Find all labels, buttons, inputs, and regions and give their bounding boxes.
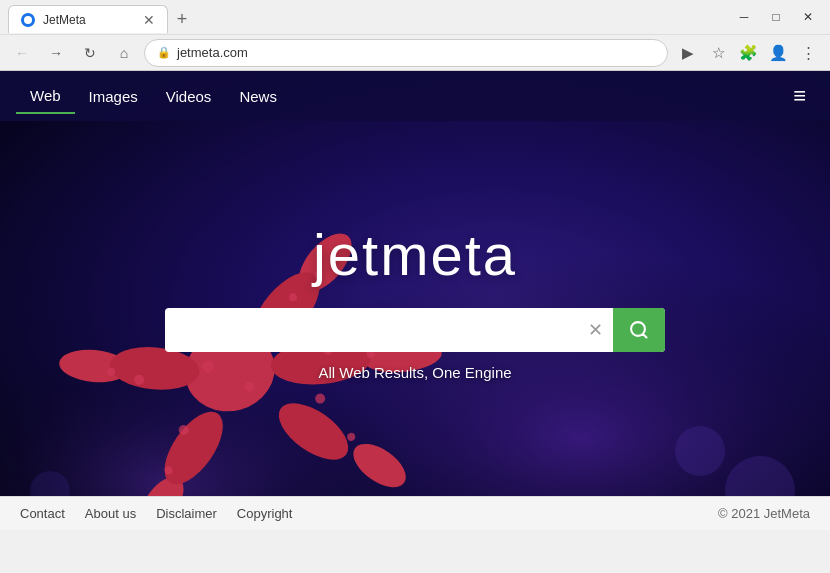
close-button[interactable]: ✕ xyxy=(794,6,822,28)
tab-favicon xyxy=(21,13,35,27)
menu-icon[interactable]: ⋮ xyxy=(794,39,822,67)
address-bar: ← → ↻ ⌂ 🔒 jetmeta.com ▶ ☆ 🧩 👤 ⋮ xyxy=(0,34,830,70)
footer-copyright: © 2021 JetMeta xyxy=(718,506,810,521)
browser-chrome: JetMeta ✕ + ─ □ ✕ ← → ↻ ⌂ 🔒 jetmeta.com … xyxy=(0,0,830,71)
reload-button[interactable]: ↻ xyxy=(76,39,104,67)
site-logo: jetmeta xyxy=(165,221,665,288)
hero-content: jetmeta ✕ All Web Results, One Engine xyxy=(165,221,665,381)
tab-close-button[interactable]: ✕ xyxy=(143,13,155,27)
nav-links: Web Images Videos News xyxy=(16,79,291,114)
nav-link-news[interactable]: News xyxy=(225,80,291,113)
address-text: jetmeta.com xyxy=(177,45,655,60)
footer-links: Contact About us Disclaimer Copyright xyxy=(20,506,292,521)
cast-icon[interactable]: ▶ xyxy=(674,39,702,67)
site-footer: Contact About us Disclaimer Copyright © … xyxy=(0,496,830,530)
site-wrapper: Web Images Videos News ≡ jetmeta ✕ All W… xyxy=(0,71,830,530)
lock-icon: 🔒 xyxy=(157,46,171,59)
title-bar: JetMeta ✕ + ─ □ ✕ xyxy=(0,0,830,34)
tab-title: JetMeta xyxy=(43,13,135,27)
bookmark-icon[interactable]: ☆ xyxy=(704,39,732,67)
footer-link-about[interactable]: About us xyxy=(85,506,136,521)
profile-icon[interactable]: 👤 xyxy=(764,39,792,67)
footer-link-copyright[interactable]: Copyright xyxy=(237,506,293,521)
hamburger-menu[interactable]: ≡ xyxy=(785,79,814,113)
search-bar: ✕ xyxy=(165,308,665,352)
browser-tab[interactable]: JetMeta ✕ xyxy=(8,5,168,33)
footer-link-contact[interactable]: Contact xyxy=(20,506,65,521)
search-input[interactable] xyxy=(165,311,578,349)
address-input-wrap[interactable]: 🔒 jetmeta.com xyxy=(144,39,668,67)
search-button[interactable] xyxy=(613,308,665,352)
extensions-icon[interactable]: 🧩 xyxy=(734,39,762,67)
nav-link-web[interactable]: Web xyxy=(16,79,75,114)
window-controls: ─ □ ✕ xyxy=(730,6,822,28)
back-button[interactable]: ← xyxy=(8,39,36,67)
tagline: All Web Results, One Engine xyxy=(165,364,665,381)
search-clear-button[interactable]: ✕ xyxy=(578,319,613,341)
toolbar-icons: ▶ ☆ 🧩 👤 ⋮ xyxy=(674,39,822,67)
nav-link-videos[interactable]: Videos xyxy=(152,80,226,113)
search-icon xyxy=(629,320,649,340)
title-bar-left: JetMeta ✕ + xyxy=(8,1,196,33)
forward-button[interactable]: → xyxy=(42,39,70,67)
svg-point-0 xyxy=(24,16,32,24)
svg-point-29 xyxy=(675,426,725,476)
maximize-button[interactable]: □ xyxy=(762,6,790,28)
site-navbar: Web Images Videos News ≡ xyxy=(0,71,830,121)
home-button[interactable]: ⌂ xyxy=(110,39,138,67)
footer-link-disclaimer[interactable]: Disclaimer xyxy=(156,506,217,521)
nav-link-images[interactable]: Images xyxy=(75,80,152,113)
minimize-button[interactable]: ─ xyxy=(730,6,758,28)
new-tab-button[interactable]: + xyxy=(168,5,196,33)
